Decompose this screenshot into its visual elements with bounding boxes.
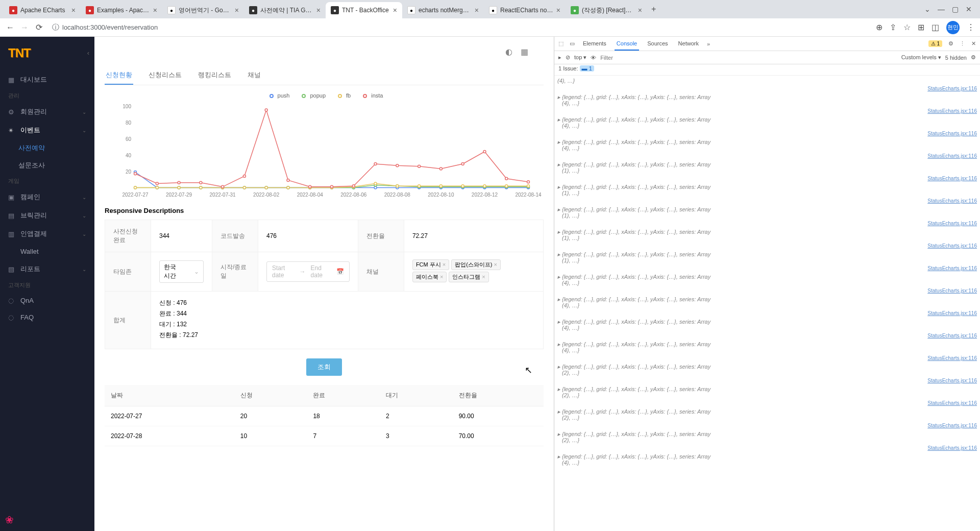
- channel-tag[interactable]: 인스타그램×: [449, 272, 488, 282]
- browser-tab[interactable]: ●TNT - BackOffice×: [326, 2, 402, 18]
- console-log[interactable]: StatusEcharts.jsx:116: [557, 332, 977, 340]
- eye-icon[interactable]: 👁: [591, 55, 596, 61]
- devtools-tab[interactable]: Console: [615, 37, 639, 51]
- menu-icon[interactable]: ⋮: [967, 22, 975, 32]
- log-source[interactable]: StatusEcharts.jsx:116: [927, 333, 977, 339]
- close-tab-icon[interactable]: ×: [393, 6, 397, 14]
- zoom-icon[interactable]: ⊕: [876, 22, 883, 32]
- console-log[interactable]: StatusEcharts.jsx:116: [557, 377, 977, 385]
- close-tab-icon[interactable]: ×: [316, 6, 321, 14]
- profile-avatar[interactable]: 현민: [946, 21, 960, 34]
- sidebar-item[interactable]: Wallet: [0, 243, 94, 260]
- inspect-icon[interactable]: ⬚: [558, 40, 564, 47]
- content-tab[interactable]: 채널: [247, 66, 262, 85]
- legend-item[interactable]: push: [265, 92, 290, 99]
- settings-icon[interactable]: ⚙: [948, 40, 953, 47]
- new-tab-icon[interactable]: +: [651, 5, 656, 14]
- close-tab-icon[interactable]: ×: [556, 6, 560, 14]
- console-log[interactable]: ▸{legend: {…}, grid: {…}, xAxis: {…}, yA…: [557, 452, 977, 467]
- sidebar-item[interactable]: ✴이벤트⌄: [0, 121, 94, 139]
- sidebar-toggle-icon[interactable]: ‹: [87, 49, 89, 57]
- extension-icon[interactable]: ⊞: [918, 22, 924, 32]
- legend-item[interactable]: fb: [334, 92, 351, 99]
- console-log[interactable]: ▸{legend: {…}, grid: {…}, xAxis: {…}, yA…: [557, 160, 977, 175]
- sidebar-item[interactable]: ▣캠페인⌄: [0, 188, 94, 206]
- console-log[interactable]: ▸{legend: {…}, grid: {…}, xAxis: {…}, yA…: [557, 340, 977, 354]
- chevron-down-icon[interactable]: ⌄: [924, 5, 930, 13]
- remove-tag-icon[interactable]: ×: [440, 274, 443, 280]
- console-log[interactable]: ▸{legend: {…}, grid: {…}, xAxis: {…}, yA…: [557, 228, 977, 242]
- console-log[interactable]: StatusEcharts.jsx:116: [557, 220, 977, 228]
- channel-tag[interactable]: 페이스북×: [412, 272, 447, 282]
- close-devtools-icon[interactable]: ✕: [971, 40, 976, 47]
- more-tabs-icon[interactable]: »: [707, 41, 710, 47]
- browser-tab[interactable]: ●사전예약 | TIA Game Mar…×: [244, 2, 326, 18]
- kebab-icon[interactable]: ⋮: [960, 40, 965, 47]
- console-log[interactable]: ▸{legend: {…}, grid: {…}, xAxis: {…}, yA…: [557, 93, 977, 107]
- devtools-tab[interactable]: Network: [676, 37, 701, 51]
- log-source[interactable]: StatusEcharts.jsx:116: [927, 423, 977, 429]
- sidebar-item[interactable]: ▦대시보드: [0, 70, 94, 89]
- console-log[interactable]: ▸{legend: {…}, grid: {…}, xAxis: {…}, yA…: [557, 138, 977, 152]
- date-range-picker[interactable]: Start date → End date 📅: [266, 261, 350, 282]
- close-tab-icon[interactable]: ×: [153, 6, 157, 14]
- settings2-icon[interactable]: ⚙: [971, 54, 976, 61]
- log-source[interactable]: StatusEcharts.jsx:116: [927, 198, 977, 204]
- reload-icon[interactable]: ⟳: [34, 22, 44, 32]
- log-source[interactable]: StatusEcharts.jsx:116: [927, 86, 977, 92]
- console-log[interactable]: StatusEcharts.jsx:116: [557, 107, 977, 115]
- device-icon[interactable]: ▭: [570, 40, 575, 47]
- channel-tag[interactable]: FCM 푸시×: [412, 259, 449, 270]
- console-log[interactable]: ▸{legend: {…}, grid: {…}, xAxis: {…}, yA…: [557, 205, 977, 220]
- log-source[interactable]: StatusEcharts.jsx:116: [927, 378, 977, 384]
- console-log[interactable]: ▸{legend: {…}, grid: {…}, xAxis: {…}, yA…: [557, 273, 977, 287]
- console-log[interactable]: StatusEcharts.jsx:116: [557, 309, 977, 318]
- share-icon[interactable]: ⇪: [890, 22, 896, 32]
- console-log[interactable]: StatusEcharts.jsx:116: [557, 242, 977, 250]
- channel-tag[interactable]: 팝업(스와이프)×: [451, 259, 501, 270]
- close-tab-icon[interactable]: ×: [475, 6, 479, 14]
- log-source[interactable]: StatusEcharts.jsx:116: [927, 131, 977, 137]
- log-source[interactable]: StatusEcharts.jsx:116: [927, 310, 977, 317]
- devtools-tab[interactable]: Sources: [645, 37, 670, 51]
- log-source[interactable]: StatusEcharts.jsx:116: [927, 243, 977, 249]
- sidebar-item[interactable]: ▥인앱결제⌄: [0, 225, 94, 243]
- context-select[interactable]: top ▾: [574, 54, 586, 61]
- back-icon[interactable]: ←: [5, 23, 15, 32]
- info-icon[interactable]: ⓘ: [52, 23, 59, 32]
- console-log[interactable]: (4), …}: [557, 77, 977, 85]
- play-icon[interactable]: ▸: [558, 54, 561, 61]
- browser-tab[interactable]: ●echarts notMerge={true}×: [402, 2, 484, 18]
- console-log[interactable]: StatusEcharts.jsx:116: [557, 422, 977, 430]
- console-log[interactable]: StatusEcharts.jsx:116: [557, 197, 977, 205]
- log-source[interactable]: StatusEcharts.jsx:116: [927, 400, 977, 406]
- console-log[interactable]: ▸{legend: {…}, grid: {…}, xAxis: {…}, yA…: [557, 363, 977, 377]
- blocker-icon[interactable]: ◫: [932, 22, 939, 32]
- browser-tab[interactable]: ●ReactECharts not Merge×: [484, 2, 566, 18]
- browser-tab[interactable]: ●영어번역기 - Google 검색×: [162, 2, 244, 18]
- console-log[interactable]: ▸{legend: {…}, grid: {…}, xAxis: {…}, yA…: [557, 295, 977, 309]
- log-source[interactable]: StatusEcharts.jsx:116: [927, 288, 977, 294]
- bookmark-icon[interactable]: ☆: [903, 22, 911, 32]
- close-tab-icon[interactable]: ×: [71, 6, 76, 14]
- remove-tag-icon[interactable]: ×: [443, 261, 446, 268]
- console-log[interactable]: ▸{legend: {…}, grid: {…}, xAxis: {…}, yA…: [557, 407, 977, 422]
- console-log[interactable]: ▸{legend: {…}, grid: {…}, xAxis: {…}, yA…: [557, 318, 977, 332]
- window-close-icon[interactable]: ✕: [966, 5, 972, 13]
- close-tab-icon[interactable]: ×: [235, 6, 239, 14]
- content-tab[interactable]: 신청리스트: [148, 66, 183, 85]
- log-source[interactable]: StatusEcharts.jsx:116: [927, 108, 977, 114]
- console-log[interactable]: StatusEcharts.jsx:116: [557, 175, 977, 183]
- remove-tag-icon[interactable]: ×: [482, 274, 485, 280]
- console-log[interactable]: StatusEcharts.jsx:116: [557, 152, 977, 160]
- console-log[interactable]: ▸{legend: {…}, grid: {…}, xAxis: {…}, yA…: [557, 385, 977, 399]
- console-log[interactable]: StatusEcharts.jsx:116: [557, 85, 977, 93]
- console-log[interactable]: StatusEcharts.jsx:116: [557, 399, 977, 407]
- log-source[interactable]: StatusEcharts.jsx:116: [927, 445, 977, 451]
- log-source[interactable]: StatusEcharts.jsx:116: [927, 176, 977, 182]
- remove-tag-icon[interactable]: ×: [494, 261, 497, 268]
- console-log[interactable]: StatusEcharts.jsx:116: [557, 444, 977, 452]
- sidebar-item[interactable]: ◌QnA: [0, 292, 94, 309]
- log-source[interactable]: StatusEcharts.jsx:116: [927, 153, 977, 159]
- console-log[interactable]: StatusEcharts.jsx:116: [557, 130, 977, 138]
